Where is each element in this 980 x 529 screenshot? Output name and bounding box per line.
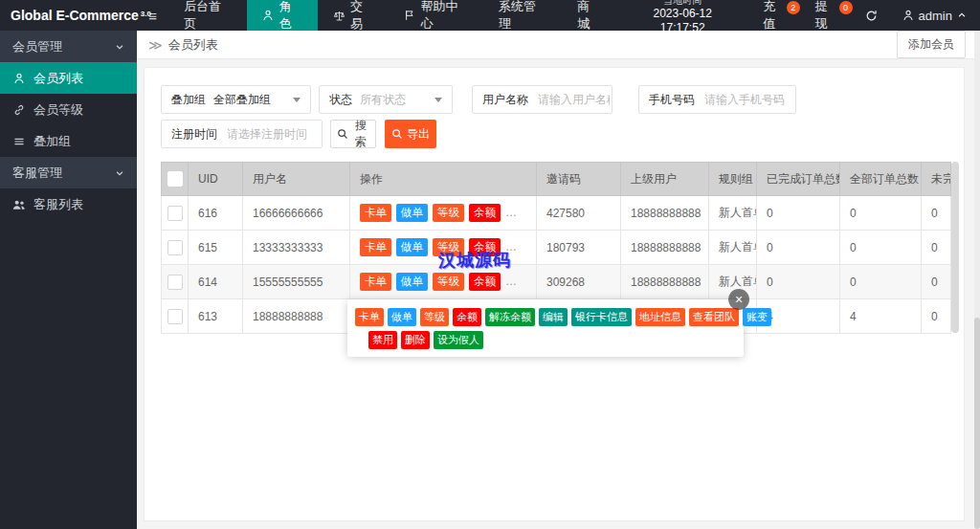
action-button-等级[interactable]: 等级 [433,238,464,256]
topnav-item-系统管理[interactable]: 系统管理 [483,0,562,31]
search-button-label: 搜索 [352,118,369,150]
action-button-做单[interactable]: 做单 [396,238,428,256]
action-button-余额[interactable]: 余额 [469,204,501,222]
row-checkbox[interactable] [167,206,183,221]
cell-parent_user: 18888888888 [621,265,709,299]
cell-rule_group: 新人首单 [709,196,757,231]
column-header-未完成订单总数: 未完成订单总数 [922,163,951,196]
status-select[interactable]: 状态 所有状态 [319,85,453,114]
cell-uncompleted_orders: 0 [922,231,951,265]
row-checkbox[interactable] [167,240,183,255]
content-card: 叠加组 全部叠加组 状态 所有状态 用户名称 手机号码 [144,67,965,521]
action-button-编辑[interactable]: 编辑 [539,308,568,326]
action-button-卡单[interactable]: 卡单 [360,204,391,222]
local-time-value: 2023-06-12 17:17:52 [632,7,733,35]
popup-close-button[interactable]: × [728,289,749,310]
username-input[interactable] [536,92,612,107]
window-scrollbar-thumb[interactable] [974,318,980,529]
action-button-卡单[interactable]: 卡单 [360,273,391,291]
topbar-right: 当地时间 2023-06-12 17:17:52 充值 2 提现 0 admin [616,0,980,31]
action-button-等级[interactable]: 等级 [433,273,464,291]
column-header-已完成订单总数: 已完成订单总数 [757,163,840,196]
topnav-item-帮助中心[interactable]: 帮助中心 [389,0,483,31]
cell-total_orders: 0 [840,265,922,299]
stack-group-select[interactable]: 叠加组 全部叠加组 [161,85,311,114]
user-menu[interactable]: admin [889,0,980,31]
more-actions-button[interactable]: … [505,206,518,219]
action-button-卡单[interactable]: 卡单 [360,238,391,256]
column-header-全部订单总数: 全部订单总数 [840,163,922,196]
more-actions-button[interactable]: … [505,240,518,253]
regtime-input[interactable] [225,126,322,142]
action-button-做单[interactable]: 做单 [396,273,428,291]
action-button-设为假人[interactable]: 设为假人 [434,331,483,349]
action-button-银行卡信息[interactable]: 银行卡信息 [571,308,632,326]
sidebar-item-客服列表[interactable]: 客服列表 [0,188,137,220]
sidebar-item-会员等级[interactable]: 会员等级 [0,94,137,125]
topnav-item-后台首页[interactable]: 后台首页 [168,0,247,31]
withdraw-button[interactable]: 提现 0 [801,0,854,31]
chevron-down-icon [293,98,301,102]
cell-completed_orders: 0 [757,196,840,231]
sidebar-group-label: 会员管理 [12,38,62,55]
select-all-checkbox[interactable] [167,171,183,187]
action-button-地址信息[interactable]: 地址信息 [635,308,685,326]
action-button-做单[interactable]: 做单 [396,204,428,222]
regtime-field-group: 注册时间 [161,120,323,148]
action-button-等级[interactable]: 等级 [433,204,464,222]
window-scrollbar[interactable] [974,31,980,529]
export-button[interactable]: 导出 [385,120,436,148]
link-icon [12,104,26,116]
sidebar-group-会员管理[interactable]: 会员管理 [0,31,137,62]
topnav-label: 后台首页 [184,0,232,33]
chevron-down-icon [115,168,124,178]
screen: Global E-Commerce 3.0 ≡ 后台首页角色交易帮助中心系统管理… [0,0,980,529]
row-checkbox[interactable] [167,309,183,324]
topnav-item-商城[interactable]: 商城 [562,0,616,31]
topnav-item-交易[interactable]: 交易 [318,0,389,31]
cell-completed_orders: 0 [757,231,840,265]
topnav-label: 商城 [577,0,601,33]
filter-row-1: 叠加组 全部叠加组 状态 所有状态 用户名称 手机号码 [161,85,964,114]
table-scrollbar[interactable] [951,162,959,333]
action-button-余额[interactable]: 余额 [469,238,501,256]
action-button-等级[interactable]: 等级 [420,308,449,326]
add-member-button[interactable]: 添加会员 [897,31,966,58]
action-button-余额[interactable]: 余额 [469,273,501,291]
action-button-账变[interactable]: 账变 [743,308,771,326]
topnav-item-角色[interactable]: 角色 [247,0,318,31]
cell-total_orders: 0 [840,196,922,231]
username-label: 用户名称 [473,92,536,108]
action-button-卡单[interactable]: 卡单 [355,308,384,326]
recharge-button[interactable]: 充值 2 [748,0,801,31]
topnav-label: 交易 [350,0,373,33]
action-button-禁用[interactable]: 禁用 [368,331,397,349]
cell-username: 13333333333 [243,231,350,265]
sidebar-item-label: 叠加组 [33,133,71,150]
topnav-label: 系统管理 [499,0,546,33]
more-actions-button[interactable]: … [505,275,518,288]
sidebar-group-客服管理[interactable]: 客服管理 [0,157,137,188]
row-checkbox[interactable] [167,275,183,290]
cell-uid: 615 [189,231,243,265]
username-field-group: 用户名称 [472,85,612,114]
cell-actions: 卡单做单等级余额… [350,265,537,299]
action-button-做单[interactable]: 做单 [388,308,416,326]
action-button-余额[interactable]: 余额 [453,308,481,326]
sidebar-group-label: 客服管理 [12,165,62,182]
chevron-down-icon [115,42,124,52]
sidebar-item-会员列表[interactable]: 会员列表 [0,62,137,94]
refresh-icon[interactable] [854,0,889,31]
person-icon [12,73,26,84]
sidebar-item-叠加组[interactable]: 叠加组 [0,125,137,157]
action-button-查看团队[interactable]: 查看团队 [689,308,739,326]
search-button[interactable]: 搜索 [330,120,376,148]
stack-group-value: 全部叠加组 [213,92,287,108]
cell-actions: 卡单做单等级余额… [350,231,537,265]
action-button-解冻余额[interactable]: 解冻余额 [485,308,535,326]
action-button-删除[interactable]: 删除 [401,331,430,349]
local-time-label: 当地时间 [632,0,733,7]
cell-uid: 616 [189,196,243,231]
phone-input[interactable] [702,92,795,107]
chevron-up-icon [957,11,967,20]
